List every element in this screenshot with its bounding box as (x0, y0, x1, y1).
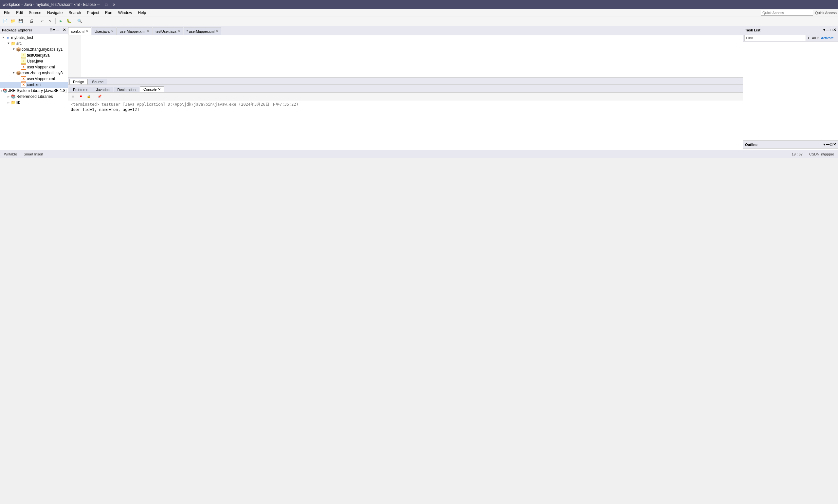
toolbar-undo[interactable]: ↩ (39, 18, 46, 25)
code-area[interactable] (81, 35, 743, 77)
toolbar-redo[interactable]: ↪ (47, 18, 54, 25)
ol-max-icon[interactable]: □ (830, 142, 833, 147)
pe-menu-icon[interactable]: ▾ (53, 28, 55, 32)
menu-file[interactable]: File (1, 10, 13, 16)
task-list-toolbar: ▸ All ▸ Activate... (743, 34, 838, 42)
outline-title: Outline (745, 143, 822, 147)
console-scroll-lock[interactable]: 🔒 (85, 93, 92, 100)
pe-tree-item-5[interactable]: XuserMapper.xml (0, 64, 68, 70)
tab-close-4[interactable]: ✕ (216, 30, 218, 33)
menu-project[interactable]: Project (84, 10, 102, 16)
quick-access-input[interactable] (761, 10, 813, 16)
tl-close-icon[interactable]: ✕ (833, 28, 836, 32)
tree-icon-xml: X (21, 76, 26, 82)
editor-tab-3[interactable]: testUser.java✕ (153, 27, 183, 35)
toolbar-new[interactable]: 📄 (1, 18, 8, 25)
toolbar-debug[interactable]: 🐛 (65, 18, 72, 25)
editor-tab-0[interactable]: conf.xml✕ (68, 27, 91, 35)
package-explorer: Package Explorer ⊟ ▾ — □ ✕ ▼◈mybatis_tes… (0, 26, 68, 150)
tree-label-1: src (16, 41, 22, 46)
tree-arrow-11[interactable]: ▷ (6, 101, 11, 104)
pe-close-icon[interactable]: ✕ (63, 28, 66, 32)
editor-tab-1[interactable]: User.java✕ (92, 27, 117, 35)
task-activate-link[interactable]: Activate... (821, 36, 837, 40)
tree-label-2: com.zhang.mybatis.sy1 (22, 47, 63, 52)
pe-tree-item-11[interactable]: ▷📁lib (0, 100, 68, 105)
pe-tree-item-7[interactable]: XuserMapper.xml (0, 76, 68, 82)
tab-close-2[interactable]: ✕ (147, 30, 149, 33)
task-list-title: Task List (745, 28, 822, 32)
task-list: Task List ▾ — □ ✕ ▸ All ▸ Activate... (743, 26, 838, 141)
ol-menu-icon[interactable]: ▾ (823, 142, 825, 147)
tree-arrow-1[interactable]: ▼ (6, 42, 11, 45)
pe-tree-item-9[interactable]: ▷📚JRE System Library [JavaSE-1.8] (0, 88, 68, 94)
pe-collapse-icon[interactable]: ⊟ (50, 28, 52, 32)
tab-problems[interactable]: Problems (69, 87, 92, 92)
console-clear[interactable]: ✕ (69, 93, 76, 100)
tree-arrow-0[interactable]: ▼ (1, 36, 5, 39)
pe-tree-item-0[interactable]: ▼◈mybatis_test (0, 35, 68, 40)
toolbar-save[interactable]: 💾 (17, 18, 24, 25)
tree-label-6: com.zhang.mybatis.sy3 (22, 71, 63, 75)
menu-edit[interactable]: Edit (14, 10, 25, 16)
maximize-button[interactable]: □ (104, 2, 109, 7)
ol-min-icon[interactable]: — (826, 142, 830, 147)
pe-tree-item-2[interactable]: ▼📦com.zhang.mybatis.sy1 (0, 47, 68, 52)
toolbar-print[interactable]: 🖨 (28, 18, 35, 25)
tab-declaration[interactable]: Declaration (113, 87, 139, 92)
toolbar-open[interactable]: 📁 (9, 18, 16, 25)
console-pin[interactable]: 📌 (96, 93, 103, 100)
menu-navigate[interactable]: Navigate (44, 10, 65, 16)
menu-run[interactable]: Run (103, 10, 115, 16)
tree-label-10: Referenced Libraries (16, 94, 53, 99)
pe-tree-item-3[interactable]: JtestUser.java (0, 52, 68, 58)
console-terminated-line: <terminated> testUser [Java Application]… (71, 102, 741, 107)
pe-tree-item-10[interactable]: ▷📚Referenced Libraries (0, 94, 68, 100)
menu-help[interactable]: Help (136, 10, 149, 16)
tree-arrow-2[interactable]: ▼ (12, 48, 16, 51)
pe-tree-item-4[interactable]: JUser.java (0, 58, 68, 64)
tree-icon-lib: 📚 (11, 94, 16, 99)
tab-close-1[interactable]: ✕ (111, 30, 113, 33)
toolbar-sep4 (74, 18, 74, 24)
task-search-input[interactable] (744, 35, 806, 41)
pe-tree-item-1[interactable]: ▼📁src (0, 40, 68, 47)
tab-console[interactable]: Console ✕ (140, 86, 164, 92)
tree-arrow-10[interactable]: ▷ (6, 95, 11, 98)
bottom-area: Problems Javadoc Declaration Console ✕ ✕… (68, 85, 743, 150)
status-smart-insert: Smart Insert (23, 152, 43, 156)
tab-label-3: testUser.java (156, 30, 176, 33)
status-position: 19 : 67 (791, 152, 803, 156)
tl-min-icon[interactable]: — (826, 28, 830, 32)
right-panel: Task List ▾ — □ ✕ ▸ All ▸ Activate... Ou… (743, 26, 838, 150)
editor-tab-design[interactable]: Design (69, 79, 88, 85)
editor-tab-2[interactable]: userMapper.xml✕ (117, 27, 152, 35)
tree-arrow-6[interactable]: ▼ (12, 71, 16, 75)
task-filter-label: All (812, 36, 816, 40)
outline-panel: Outline ▾ — □ ✕ (743, 141, 838, 150)
editor-tab-4[interactable]: * userMapper.xml✕ (184, 27, 221, 35)
tab-javadoc[interactable]: Javadoc (92, 87, 113, 92)
toolbar-run[interactable]: ▶ (57, 18, 65, 25)
toolbar-search[interactable]: 🔍 (76, 18, 83, 25)
ol-close-icon[interactable]: ✕ (833, 142, 836, 147)
tab-close-3[interactable]: ✕ (178, 30, 180, 33)
tab-close-0[interactable]: ✕ (86, 30, 88, 33)
menu-window[interactable]: Window (115, 10, 135, 16)
console-stop[interactable]: ■ (77, 93, 85, 100)
package-explorer-tree: ▼◈mybatis_test▼📁src▼📦com.zhang.mybatis.s… (0, 34, 68, 150)
tree-icon-project: ◈ (5, 35, 11, 40)
editor-tab-source[interactable]: Source (88, 79, 107, 85)
menu-search[interactable]: Search (66, 10, 84, 16)
tl-menu-icon[interactable]: ▾ (823, 28, 825, 32)
menu-source[interactable]: Source (26, 10, 44, 16)
pe-tree-item-8[interactable]: Xconf.xml (0, 82, 68, 88)
menu-bar: File Edit Source Navigate Search Project… (0, 9, 838, 16)
minimize-button[interactable]: ─ (96, 2, 101, 7)
pe-tree-item-6[interactable]: ▼📦com.zhang.mybatis.sy3 (0, 70, 68, 76)
close-button[interactable]: ✕ (112, 2, 117, 7)
status-csdn: CSDN @gqque (809, 152, 834, 156)
tl-max-icon[interactable]: □ (830, 28, 833, 32)
pe-min-icon[interactable]: — (56, 28, 59, 32)
pe-max-icon[interactable]: □ (60, 28, 62, 32)
